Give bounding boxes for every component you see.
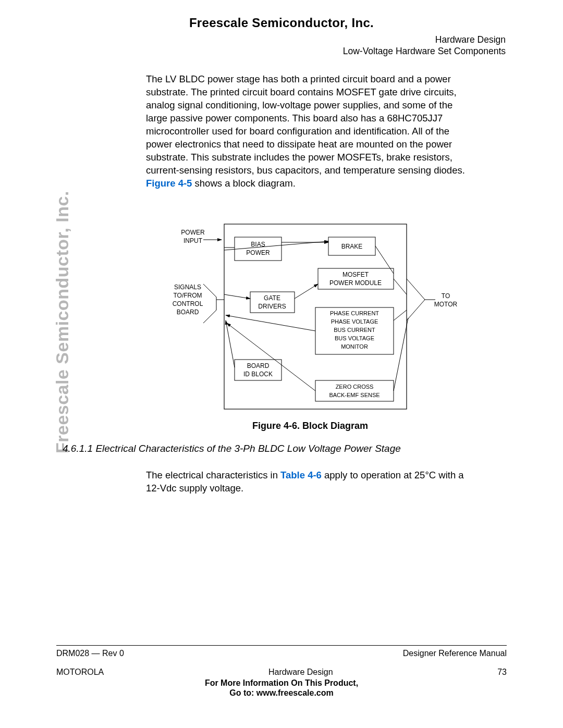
paragraph-text-1: The LV BLDC power stage has both a print… [146, 73, 465, 176]
footer-page-number: 73 [497, 668, 507, 677]
label-signals-2: TO/FROM [173, 292, 202, 299]
label-boardid-1: BOARD [247, 362, 270, 369]
label-signals-3: CONTROL [173, 300, 203, 307]
footer-manual: Designer Reference Manual [403, 649, 507, 658]
paragraph2-text-1: The electrical characteristics in [146, 470, 280, 480]
label-zero-2: BACK-EMF SENSE [329, 392, 380, 398]
paragraph-2: The electrical characteristics in Table … [146, 469, 477, 495]
label-signals-4: BOARD [177, 309, 199, 316]
label-to-2: MOTOR [434, 301, 458, 308]
svg-line-16 [394, 279, 407, 294]
label-signals-1: SIGNALS [174, 283, 201, 291]
svg-line-22 [394, 318, 408, 391]
label-brake: BRAKE [341, 243, 363, 250]
footer-more-info-2: Go to: www.freescale.com [56, 688, 507, 698]
svg-line-15 [295, 284, 318, 299]
sidebar-watermark: Freescale Semiconductor, Inc. [52, 191, 72, 453]
svg-line-20 [226, 320, 235, 367]
label-mosfet-2: POWER MODULE [329, 279, 382, 287]
label-monitor-5: MONITOR [341, 343, 368, 350]
label-bias-2: POWER [246, 249, 270, 256]
label-mosfet-1: MOSFET [342, 271, 369, 278]
label-boardid-2: ID BLOCK [243, 371, 273, 378]
footer-section: Hardware Design [268, 668, 333, 677]
header-line-2: Low-Voltage Hardware Set Components [343, 46, 506, 57]
label-power-input-2: INPUT [183, 237, 203, 244]
header-section-info: Hardware Design Low-Voltage Hardware Set… [343, 34, 506, 57]
page-title: Freescale Semiconductor, Inc. [0, 16, 563, 30]
svg-line-19 [394, 310, 407, 320]
svg-line-11 [375, 246, 394, 274]
subsection-heading: 4.6.1.1 Electrical Characteristics of th… [63, 443, 401, 454]
block-diagram-svg: BIAS POWER BRAKE MOSFET POWER MODULE GAT… [154, 216, 467, 414]
svg-line-18 [226, 315, 315, 331]
svg-line-14 [224, 241, 328, 250]
paragraph-main: The LV BLDC power stage has both a print… [146, 73, 474, 190]
footer-brand: MOTOROLA [56, 668, 104, 677]
footer-doc-rev: DRM028 — Rev 0 [56, 649, 124, 658]
label-gate-1: GATE [264, 294, 280, 302]
paragraph-text-2: shows a block diagram. [192, 178, 295, 189]
header-line-1: Hardware Design [343, 34, 506, 46]
figure-caption: Figure 4-6. Block Diagram [146, 421, 474, 431]
figure-4-5-link[interactable]: Figure 4-5 [146, 178, 192, 189]
label-monitor-1: PHASE CURRENT [330, 310, 379, 316]
label-monitor-4: BUS VOLTAGE [335, 335, 374, 341]
label-monitor-3: BUS CURRENT [334, 327, 375, 333]
figure-block-diagram: BIAS POWER BRAKE MOSFET POWER MODULE GAT… [146, 216, 474, 431]
footer-more-info-1: For More Information On This Product, [56, 678, 507, 688]
label-to-1: TO [442, 292, 450, 300]
label-zero-1: ZERO CROSS [336, 384, 374, 390]
table-4-6-link[interactable]: Table 4-6 [280, 470, 322, 480]
label-gate-2: DRIVERS [258, 303, 286, 310]
page-footer: DRM028 — Rev 0 Designer Reference Manual… [56, 645, 507, 698]
label-monitor-2: PHASE VOLTAGE [331, 318, 378, 325]
svg-line-13 [224, 294, 250, 299]
label-power-input-1: POWER [181, 229, 205, 236]
